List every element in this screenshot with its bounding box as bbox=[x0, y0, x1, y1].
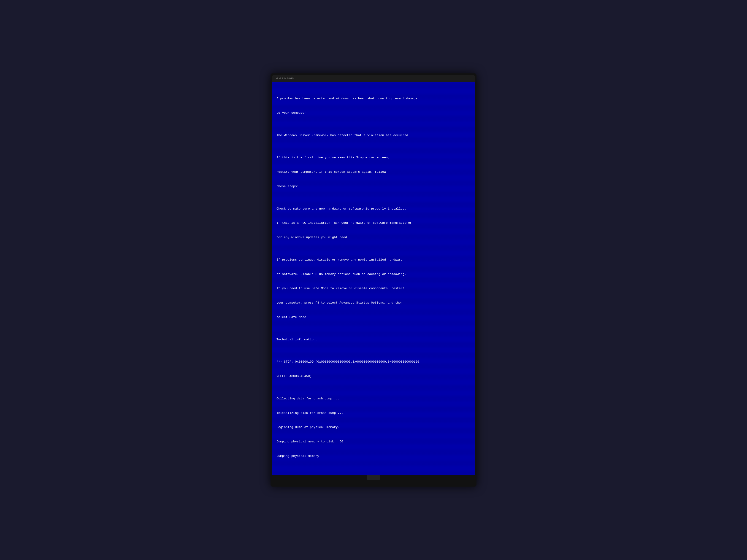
bsod-line-10: If problems continue, disable or remove … bbox=[277, 258, 470, 262]
bsod-content: A problem has been detected and windows … bbox=[277, 87, 470, 468]
bsod-line-5: restart your computer. If this screen ap… bbox=[277, 170, 470, 175]
bsod-line-19: Initializing disk for crash dump ... bbox=[277, 411, 470, 416]
monitor-frame: LG GE2488HS A problem has been detected … bbox=[271, 74, 476, 486]
bsod-line-18: Collecting data for crash dump ... bbox=[277, 396, 470, 401]
monitor-stand bbox=[367, 475, 380, 480]
bsod-line-6: these steps: bbox=[277, 184, 470, 189]
bsod-line-1: A problem has been detected and windows … bbox=[277, 96, 470, 101]
bsod-line-11: or software. Disable BIOS memory options… bbox=[277, 272, 470, 277]
bsod-line-9: for any windows updates you might need. bbox=[277, 235, 470, 240]
bsod-line-8: If this is a new installation, ask your … bbox=[277, 221, 470, 225]
bsod-line-16: *** STOP: 0x0000010D (0x0000000000000005… bbox=[277, 359, 470, 365]
bsod-screen: A problem has been detected and windows … bbox=[272, 82, 475, 475]
bsod-line-13: your computer, press F8 to select Advanc… bbox=[277, 300, 470, 305]
bsod-line-4: If this is the first time you've seen th… bbox=[277, 155, 470, 160]
monitor-label: LG GE2488HS bbox=[275, 77, 294, 80]
bsod-line-14: select Safe Mode. bbox=[277, 315, 470, 320]
bsod-line-7: Check to make sure any new hardware or s… bbox=[277, 207, 470, 211]
bsod-line-20: Beginning dump of physical memory. bbox=[277, 425, 470, 430]
bsod-line-2: to your computer. bbox=[277, 111, 470, 115]
bsod-line-15: Technical information: bbox=[277, 338, 470, 342]
bsod-line-21: Dumping physical memory to disk: 60 bbox=[277, 439, 470, 444]
monitor-top-bar: LG GE2488HS bbox=[272, 75, 475, 82]
bsod-line-12: If you need to use Safe Mode to remove o… bbox=[277, 286, 470, 291]
bsod-line-17: xFFFFFFA800B545450) bbox=[277, 374, 470, 379]
bsod-line-22: Dumping physical memory bbox=[277, 454, 470, 459]
bsod-line-3: The Windows Driver Framework has detecte… bbox=[277, 133, 470, 138]
